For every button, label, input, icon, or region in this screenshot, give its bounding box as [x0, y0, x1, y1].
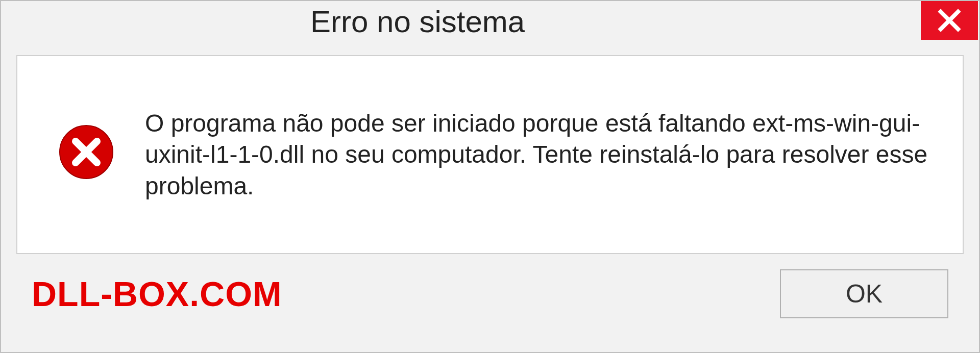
error-icon [58, 124, 114, 180]
error-dialog: Erro no sistema O programa não pode ser … [0, 0, 980, 353]
close-button[interactable] [921, 1, 978, 40]
close-icon [938, 9, 961, 32]
dialog-footer: DLL-BOX.COM OK [1, 254, 979, 318]
ok-button[interactable]: OK [780, 269, 948, 318]
content-panel: O programa não pode ser iniciado porque … [16, 55, 964, 254]
watermark-text: DLL-BOX.COM [32, 274, 282, 314]
ok-button-label: OK [846, 279, 883, 309]
titlebar: Erro no sistema [1, 1, 979, 48]
dialog-title: Erro no sistema [1, 1, 525, 39]
error-message: O programa não pode ser iniciado porque … [145, 108, 932, 201]
